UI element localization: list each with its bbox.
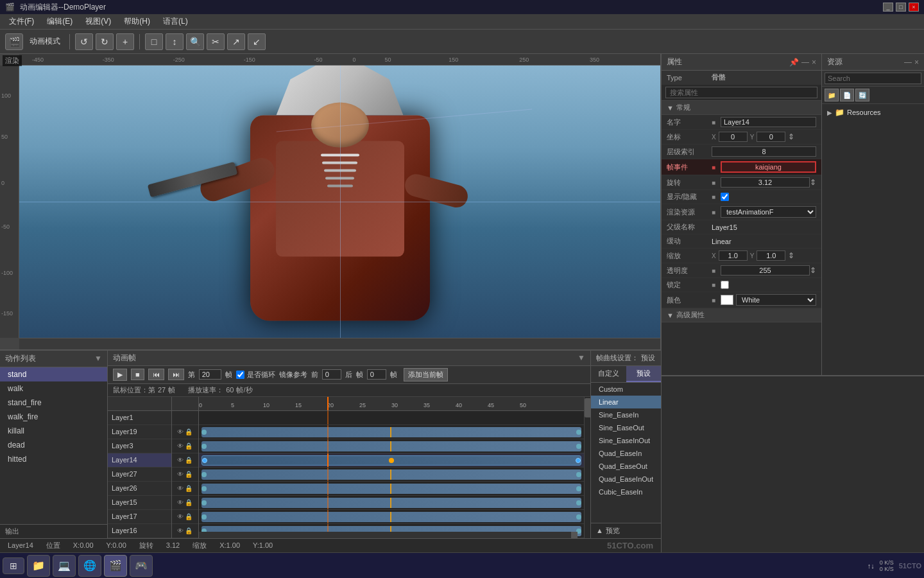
- menu-edit[interactable]: 编辑(E): [40, 15, 79, 28]
- start-button[interactable]: ⊞: [3, 557, 24, 574]
- timeline-tracks[interactable]: 0 5 10 15 20 25 30 35 40 45 50: [199, 397, 584, 538]
- frame-input[interactable]: [199, 369, 221, 380]
- stop-button[interactable]: ■: [131, 369, 144, 380]
- prop-zindex-input[interactable]: [712, 146, 816, 157]
- prop-frame-event-input[interactable]: [721, 161, 816, 173]
- eye-icon-16[interactable]: 👁: [177, 527, 184, 534]
- curve-item-quad-easeout[interactable]: Quad_EaseOut: [591, 460, 661, 473]
- add-keyframe-button[interactable]: 添加当前帧: [404, 368, 448, 381]
- anim-item-dead[interactable]: dead: [0, 438, 107, 452]
- toolbar-undo[interactable]: ↺: [75, 33, 93, 50]
- taskbar-app-explorer[interactable]: 📁: [27, 555, 50, 577]
- anim-item-hitted[interactable]: hitted: [0, 452, 107, 466]
- loop-checkbox[interactable]: [236, 371, 244, 379]
- right-scrollbar-thumb[interactable]: [585, 398, 590, 417]
- menu-view[interactable]: 视图(V): [79, 15, 117, 28]
- curve-item-sine-easein[interactable]: Sine_EaseIn: [591, 408, 661, 421]
- color-swatch[interactable]: [721, 295, 733, 305]
- next-frame-input[interactable]: [367, 369, 386, 380]
- eye-icon-15[interactable]: 👁: [177, 499, 184, 506]
- timeline-scrollbar-thumb[interactable]: [571, 532, 578, 538]
- lock-icon-26[interactable]: 🔒: [185, 485, 193, 492]
- taskbar-app-active[interactable]: 🎬: [104, 555, 127, 577]
- timeline-collapse[interactable]: ▼: [578, 353, 585, 362]
- eye-icon-27[interactable]: 👁: [177, 471, 184, 478]
- prop-alpha-input[interactable]: [721, 265, 810, 276]
- curve-item-sine-easeout[interactable]: Sine_EaseOut: [591, 421, 661, 434]
- anim-item-stand[interactable]: stand: [0, 367, 107, 381]
- timeline-scrollbar[interactable]: [199, 532, 578, 538]
- right-scrollbar[interactable]: [584, 397, 590, 538]
- anim-item-stand-fire[interactable]: stand_fire: [0, 396, 107, 410]
- resource-search-input[interactable]: [825, 73, 921, 84]
- lock-icon-27[interactable]: 🔒: [185, 471, 193, 478]
- props-minimize-icon[interactable]: —: [801, 58, 809, 67]
- res-minimize-icon[interactable]: —: [904, 58, 912, 67]
- curve-item-cubic-easein[interactable]: Cubic_EaseIn: [591, 486, 661, 498]
- menu-lang[interactable]: 语言(L): [157, 15, 194, 28]
- lock-icon-layer19[interactable]: 🔒: [185, 428, 193, 435]
- prop-color-dropdown[interactable]: White: [736, 294, 816, 306]
- eye-icon-17[interactable]: 👁: [177, 513, 184, 520]
- curve-item-custom[interactable]: Custom: [591, 383, 661, 396]
- res-close-icon[interactable]: ×: [914, 58, 919, 67]
- prop-scale-x-label: X: [712, 252, 716, 259]
- maximize-button[interactable]: □: [896, 3, 906, 12]
- prop-x-input[interactable]: [719, 132, 748, 142]
- eye-icon[interactable]: 👁: [177, 428, 184, 435]
- toolbar-cut[interactable]: ✂: [207, 33, 225, 50]
- prev-frame-button[interactable]: ⏮: [148, 369, 164, 380]
- curve-tab-preset[interactable]: 预设: [626, 366, 662, 382]
- toolbar-move[interactable]: ↕: [166, 33, 184, 50]
- toolbar-rotate2[interactable]: ↙: [248, 33, 266, 50]
- play-button[interactable]: ▶: [113, 369, 127, 381]
- taskbar-app-browser[interactable]: 🌐: [78, 555, 101, 577]
- prop-rotation-input[interactable]: [721, 177, 810, 188]
- toolbar-rotate1[interactable]: ↗: [227, 33, 245, 50]
- curve-item-quad-easein[interactable]: Quad_EaseIn: [591, 447, 661, 460]
- menu-help[interactable]: 帮助(H): [117, 15, 157, 28]
- pin-icon[interactable]: 📌: [789, 58, 799, 67]
- eye-icon-26[interactable]: 👁: [177, 485, 184, 492]
- anim-list-collapse[interactable]: ▼: [94, 354, 102, 363]
- prop-y-input[interactable]: [757, 132, 785, 142]
- curve-tab-custom[interactable]: 自定义: [591, 366, 626, 382]
- lock-icon-14[interactable]: 🔒: [185, 457, 193, 464]
- taskbar-app-game[interactable]: 🎮: [130, 555, 153, 577]
- close-button[interactable]: ×: [909, 3, 919, 12]
- eye-icon-14[interactable]: 👁: [177, 457, 184, 464]
- eye-icon-3[interactable]: 👁: [177, 442, 184, 450]
- lock-icon-3[interactable]: 🔒: [185, 442, 193, 450]
- next-frame-button[interactable]: ⏭: [168, 369, 184, 380]
- anim-item-walk[interactable]: walk: [0, 381, 107, 396]
- res-new-file-btn[interactable]: 📄: [840, 89, 854, 101]
- res-refresh-btn[interactable]: 🔄: [855, 89, 869, 101]
- lock-icon-17[interactable]: 🔒: [185, 513, 193, 520]
- taskbar-app-computer[interactable]: 💻: [53, 555, 76, 577]
- curve-item-linear[interactable]: Linear: [591, 396, 661, 408]
- menu-file[interactable]: 文件(F): [3, 15, 40, 28]
- prop-lock-checkbox[interactable]: [721, 281, 729, 289]
- lock-icon-16[interactable]: 🔒: [185, 527, 193, 534]
- prop-visible-checkbox[interactable]: [721, 193, 729, 201]
- lock-icon-15[interactable]: 🔒: [185, 499, 193, 506]
- toolbar-redo[interactable]: ↻: [96, 33, 114, 50]
- resource-tree-item-resources[interactable]: ▶ 📁 Resources: [825, 107, 921, 118]
- toolbar-add[interactable]: +: [116, 33, 134, 50]
- anim-item-walk-fire[interactable]: walk_fire: [0, 410, 107, 424]
- prev-frame-input[interactable]: [322, 369, 341, 380]
- prop-scale-y-input[interactable]: [757, 250, 785, 261]
- prop-render-src-dropdown[interactable]: testAnimationF: [721, 206, 816, 218]
- curve-item-quad-easeinout[interactable]: Quad_EaseInOut: [591, 473, 661, 486]
- res-open-folder-btn[interactable]: 📁: [825, 89, 839, 101]
- toolbar-select[interactable]: □: [145, 33, 163, 50]
- props-close-icon[interactable]: ×: [812, 58, 816, 67]
- curve-item-sine-easeinout[interactable]: Sine_EaseInOut: [591, 434, 661, 447]
- minimize-button[interactable]: _: [883, 3, 893, 12]
- fps-label: 播放速率：: [188, 385, 223, 395]
- prop-search-input[interactable]: [665, 87, 817, 98]
- anim-item-killall[interactable]: killall: [0, 424, 107, 438]
- toolbar-zoom[interactable]: 🔍: [186, 33, 204, 50]
- prop-scale-x-input[interactable]: [719, 250, 748, 261]
- prop-scale-group: X Y ⇕: [712, 250, 816, 261]
